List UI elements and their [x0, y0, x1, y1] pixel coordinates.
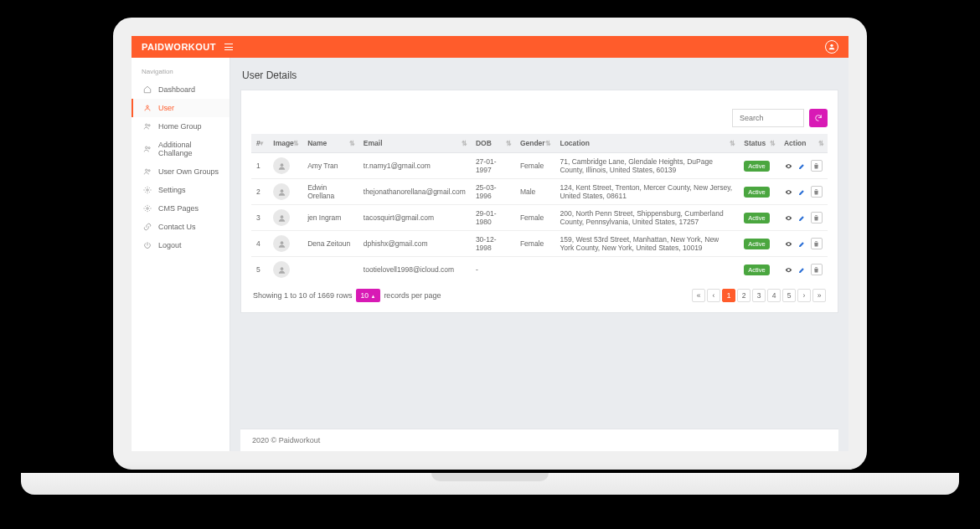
delete-button[interactable] — [811, 238, 823, 249]
row-number: 1 — [251, 153, 268, 179]
view-button[interactable] — [784, 239, 794, 249]
row-email: tootielovell1998@icloud.com — [358, 257, 471, 283]
row-actions — [779, 257, 828, 283]
edit-button[interactable] — [797, 264, 807, 275]
sidebar-item-user-own-groups[interactable]: User Own Groups — [132, 162, 230, 181]
row-number: 5 — [251, 257, 268, 283]
edit-button[interactable] — [797, 213, 807, 223]
sidebar-item-cms-pages[interactable]: CMS Pages — [132, 199, 230, 218]
sidebar-item-additional-challange[interactable]: Additional Challange — [132, 136, 230, 162]
view-button[interactable] — [784, 213, 794, 223]
sidebar-item-label: User Own Groups — [158, 167, 219, 176]
sidebar-item-settings[interactable]: Settings — [132, 181, 230, 199]
column-header[interactable]: Location⇅ — [554, 134, 739, 153]
sidebar-item-user[interactable]: User — [132, 99, 230, 117]
brand: PAIDWORKOUT — [142, 42, 233, 52]
row-dob: 25-03-1996 — [471, 179, 515, 205]
delete-button[interactable] — [811, 160, 823, 172]
page-button[interactable]: ‹ — [707, 289, 720, 302]
row-gender: Female — [515, 231, 555, 257]
search-input[interactable] — [732, 109, 804, 127]
delete-button[interactable] — [811, 264, 823, 275]
column-header[interactable]: Action⇅ — [779, 134, 828, 153]
delete-button[interactable] — [811, 212, 823, 223]
svg-point-4 — [146, 146, 148, 149]
row-gender — [515, 257, 555, 283]
page-button[interactable]: 4 — [767, 289, 781, 302]
page-title: User Details — [240, 64, 838, 90]
perpage-selector[interactable]: 10 ▲ — [356, 289, 381, 302]
row-email: dphishx@gmail.com — [358, 231, 471, 257]
column-header[interactable]: Email⇅ — [358, 134, 471, 153]
sidebar-item-label: Contact Us — [158, 223, 196, 231]
page-button[interactable]: › — [797, 289, 811, 302]
svg-point-7 — [148, 170, 150, 172]
table-row: 2Edwin Orellanathejonathanorellana@gmail… — [251, 179, 828, 205]
users-icon — [143, 167, 152, 176]
page-button[interactable]: 5 — [782, 289, 796, 302]
row-location: 71, Cambridge Lane, Glendale Heights, Du… — [554, 153, 739, 179]
column-header[interactable]: Name⇅ — [302, 134, 358, 153]
delete-button[interactable] — [811, 186, 823, 198]
row-gender: Female — [515, 153, 555, 179]
profile-avatar-icon[interactable] — [825, 40, 838, 54]
pagination: «‹12345›» — [692, 289, 826, 302]
user-avatar-icon — [273, 183, 290, 200]
edit-button[interactable] — [797, 239, 807, 249]
row-number: 2 — [251, 179, 268, 205]
row-dob: 29-01-1980 — [471, 205, 515, 231]
svg-point-6 — [146, 169, 148, 172]
row-image — [268, 179, 302, 205]
status-badge: Active — [744, 239, 769, 249]
row-email: tacosquirt@gmail.com — [358, 205, 471, 231]
column-header[interactable]: DOB⇅ — [471, 134, 515, 153]
topbar: PAIDWORKOUT — [132, 36, 848, 58]
sidebar-item-contact-us[interactable]: Contact Us — [132, 218, 230, 236]
row-email: thejonathanorellana@gmail.com — [358, 179, 471, 205]
sidebar-item-logout[interactable]: Logout — [132, 236, 230, 254]
row-gender: Male — [515, 179, 555, 205]
column-header[interactable]: Status⇅ — [739, 134, 779, 153]
row-dob: - — [471, 257, 515, 283]
sidebar-item-dashboard[interactable]: Dashboard — [132, 80, 230, 99]
view-button[interactable] — [784, 264, 794, 275]
gear-icon — [143, 186, 152, 194]
row-name — [302, 257, 358, 283]
row-status: Active — [739, 179, 779, 205]
edit-button[interactable] — [797, 161, 807, 171]
svg-point-2 — [146, 124, 148, 126]
svg-point-5 — [148, 147, 150, 149]
users-icon — [143, 145, 152, 153]
edit-button[interactable] — [797, 187, 807, 197]
sidebar-item-label: Settings — [158, 186, 186, 194]
table-row: 4Dena Zeitoundphishx@gmail.com30-12-1998… — [251, 231, 828, 257]
gear-icon — [143, 204, 152, 213]
svg-point-9 — [147, 208, 149, 210]
column-header[interactable]: Gender⇅ — [515, 134, 555, 153]
sidebar-item-label: Additional Challange — [158, 141, 219, 157]
row-location: 124, Kent Street, Trenton, Mercer County… — [554, 179, 739, 205]
page-button[interactable]: « — [692, 289, 705, 302]
laptop-frame: PAIDWORKOUT Navigation DashboardUserHome… — [54, 18, 926, 503]
view-button[interactable] — [784, 187, 794, 197]
row-actions — [779, 179, 828, 205]
column-header[interactable]: #▼ — [251, 134, 268, 153]
svg-point-11 — [280, 189, 283, 193]
row-location — [554, 257, 739, 283]
laptop-notch — [431, 473, 549, 481]
page-button[interactable]: » — [812, 289, 826, 302]
page-button[interactable]: 1 — [722, 289, 735, 302]
sidebar-item-home-group[interactable]: Home Group — [132, 117, 230, 136]
column-header[interactable]: Image⇅ — [268, 134, 302, 153]
menu-toggle-icon[interactable] — [224, 44, 233, 50]
view-button[interactable] — [784, 161, 794, 171]
sidebar-item-label: Home Group — [158, 122, 202, 131]
row-location: 159, West 53rd Street, Manhattan, New Yo… — [554, 231, 739, 257]
sidebar-item-label: Dashboard — [158, 85, 195, 94]
refresh-button[interactable] — [809, 109, 828, 127]
page-button[interactable]: 2 — [737, 289, 750, 302]
row-status: Active — [739, 205, 779, 231]
sidebar: Navigation DashboardUserHome GroupAdditi… — [132, 58, 230, 451]
page-button[interactable]: 3 — [752, 289, 766, 302]
row-image — [268, 153, 302, 179]
